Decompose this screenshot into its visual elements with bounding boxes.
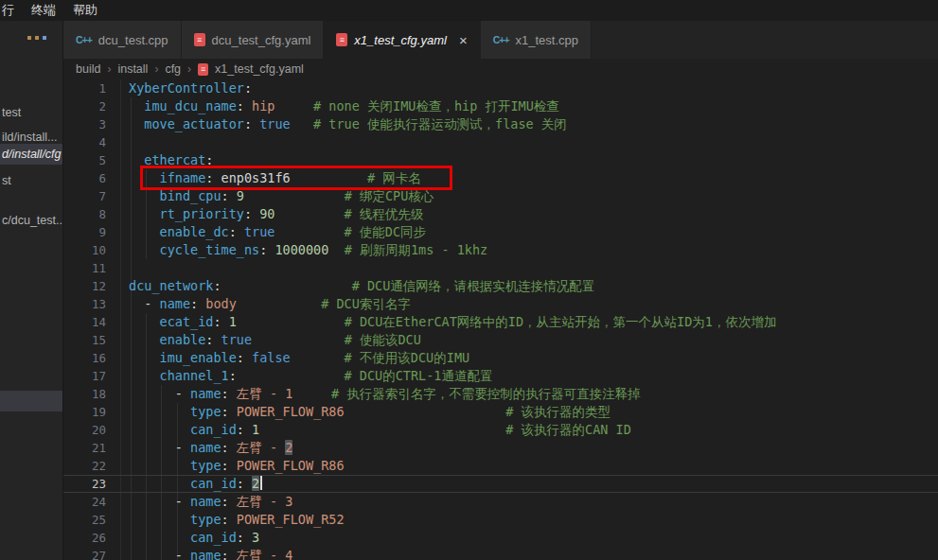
menu-item[interactable]: 行 [0, 0, 23, 21]
line-number[interactable]: 21 [63, 439, 106, 457]
code-line[interactable]: 7 bind_cpu: 9 # 绑定CPU核心 [63, 187, 938, 205]
code-line[interactable]: 1XyberController: [63, 79, 938, 97]
line-number[interactable]: 17 [63, 367, 106, 385]
code-token: # 绑定CPU核心 [345, 188, 434, 203]
breadcrumb-item[interactable]: install [117, 62, 148, 76]
line-number[interactable]: 22 [63, 457, 106, 475]
line-number[interactable]: 15 [63, 331, 106, 349]
code-line[interactable]: 9 enable_dc: true # 使能DC同步 [63, 223, 938, 241]
code-line[interactable]: 10 cycle_time_ns: 1000000 # 刷新周期1ms - 1k… [63, 241, 938, 259]
code-token: : [213, 314, 228, 329]
code-line[interactable]: 15 enable: true # 使能该DCU [63, 331, 938, 349]
line-number[interactable]: 8 [63, 205, 106, 223]
close-icon[interactable]: × [459, 33, 468, 47]
code-line-content: enable_dc: true # 使能DC同步 [129, 223, 426, 241]
code-line[interactable]: 24 - name: 左臂 - 3 [63, 493, 938, 511]
menu-item[interactable]: 终端 [23, 0, 64, 21]
sidebar-result-item[interactable]: test [0, 102, 62, 123]
code-line[interactable]: 17 channel_1: # DCU的CTRL-1通道配置 [63, 367, 938, 385]
line-number[interactable]: 23 [63, 475, 106, 493]
code-line[interactable]: 22 type: POWER_FLOW_R86 [63, 457, 938, 475]
tab-bar: C++dcu_test.cpp≡dcu_test_cfg.yaml≡x1_tes… [63, 21, 938, 59]
code-token: 1000000 [274, 242, 328, 257]
code-token: 2 [285, 440, 292, 455]
line-number[interactable]: 20 [63, 421, 106, 439]
overflow-dots-icon[interactable] [27, 36, 46, 40]
line-number[interactable]: 14 [63, 313, 106, 331]
code-line[interactable]: 6 ifname: enp0s31f6 # 网卡名 [63, 169, 938, 187]
line-number[interactable]: 5 [63, 151, 106, 169]
code-token: # 使能该DCU [345, 332, 421, 347]
code-line[interactable]: 8 rt_priority: 90 # 线程优先级 [63, 205, 938, 223]
code-line-content: - name: 左臂 - 1 # 执行器索引名字，不需要控制的执行器可直接注释掉 [129, 385, 641, 403]
line-number[interactable]: 6 [63, 169, 106, 187]
code-line[interactable]: 20 can_id: 1 # 该执行器的CAN ID [63, 421, 938, 439]
code-token: imu_dcu_name [144, 98, 237, 114]
code-token: : [205, 152, 213, 167]
code-line[interactable]: 23 can_id: 2 [63, 475, 938, 493]
code-token: POWER_FLOW_R52 [237, 512, 345, 527]
code-line[interactable]: 2 imu_dcu_name: hip # none 关闭IMU检查，hip 打… [63, 97, 938, 115]
line-number[interactable]: 18 [63, 385, 106, 403]
line-number[interactable]: 2 [63, 97, 106, 115]
line-number[interactable]: 12 [63, 277, 106, 295]
tab-x1_test_cfg.yaml[interactable]: ≡x1_test_cfg.yaml× [324, 21, 480, 59]
overflow-dot [27, 36, 31, 40]
code-token: # 使能DC同步 [345, 224, 427, 239]
code-line[interactable]: 21 - name: 左臂 - 2 [63, 439, 938, 457]
code-token: : [205, 332, 221, 347]
line-number[interactable]: 3 [63, 115, 106, 133]
line-number[interactable]: 19 [63, 403, 106, 421]
line-number[interactable]: 7 [63, 187, 106, 205]
line-number[interactable]: 1 [63, 79, 106, 97]
code-line[interactable]: 19 type: POWER_FLOW_R86 # 该执行器的类型 [63, 403, 938, 421]
line-number[interactable]: 25 [63, 511, 106, 529]
line-number[interactable]: 13 [63, 295, 106, 313]
line-number[interactable]: 4 [63, 133, 106, 151]
code-token: : [237, 422, 252, 437]
tab-dcu_test_cfg.yaml[interactable]: ≡dcu_test_cfg.yaml [182, 21, 325, 59]
code-token: true [221, 332, 253, 347]
code-line[interactable]: 26 can_id: 3 [63, 529, 938, 547]
code-line[interactable]: 5 ethercat: [63, 151, 938, 169]
code-line[interactable]: 25 type: POWER_FLOW_R52 [63, 511, 938, 529]
sidebar-result-item[interactable]: st [0, 170, 62, 191]
breadcrumb-item[interactable]: cfg [165, 62, 181, 76]
tab-x1_test.cpp[interactable]: C++x1_test.cpp [481, 21, 592, 59]
line-number[interactable]: 26 [63, 529, 106, 547]
code-line[interactable]: 18 - name: 左臂 - 1 # 执行器索引名字，不需要控制的执行器可直接… [63, 385, 938, 403]
tab-label: x1_test_cfg.yaml [354, 33, 447, 47]
code-token: : [221, 404, 237, 419]
code-line[interactable]: 13 - name: body # DCU索引名字 [63, 295, 938, 313]
code-line[interactable]: 12dcu_network: # DCU通信网络，请根据实机连接情况配置 [63, 277, 938, 295]
code-token: # DCU索引名字 [321, 296, 411, 311]
code-line[interactable]: 11 [63, 259, 938, 277]
code-line[interactable]: 14 ecat_id: 1 # DCU在EtherCAT网络中的ID，从主站开始… [63, 313, 938, 331]
code-line[interactable]: 16 imu_enable: false # 不使用该DCU的IMU [63, 349, 938, 367]
sidebar-result-item[interactable]: d/install/cfg [0, 144, 62, 165]
breadcrumb-item[interactable]: build [76, 62, 100, 76]
line-number[interactable]: 10 [63, 241, 106, 259]
code-token: cycle_time_ns [160, 242, 260, 257]
code-token [129, 332, 160, 347]
tab-dcu_test.cpp[interactable]: C++dcu_test.cpp [63, 21, 182, 59]
code-token: - [129, 548, 190, 560]
line-number[interactable]: 16 [63, 349, 106, 367]
code-line[interactable]: 4 [63, 133, 938, 151]
code-token [291, 350, 345, 365]
line-number[interactable]: 11 [63, 259, 106, 277]
code-line[interactable]: 3 move_actuator: true # true 使能执行器运动测试，f… [63, 115, 938, 133]
breadcrumb-file[interactable]: x1_test_cfg.yaml [215, 62, 304, 76]
code-token [237, 296, 321, 311]
sidebar-selected-row[interactable] [0, 391, 62, 411]
line-number[interactable]: 9 [63, 223, 106, 241]
line-number[interactable]: 27 [63, 547, 106, 560]
code-token: : [237, 476, 252, 491]
line-number[interactable]: 24 [63, 493, 106, 511]
code-line[interactable]: 27 - name: 左臂 - 4 [63, 547, 938, 560]
code-token: hip [252, 98, 274, 114]
menu-item[interactable]: 帮助 [64, 0, 106, 21]
code-token: : [221, 494, 237, 509]
sidebar-result-item[interactable]: c/dcu_test... [0, 210, 62, 231]
code-line-content: dcu_network: # DCU通信网络，请根据实机连接情况配置 [129, 277, 594, 295]
